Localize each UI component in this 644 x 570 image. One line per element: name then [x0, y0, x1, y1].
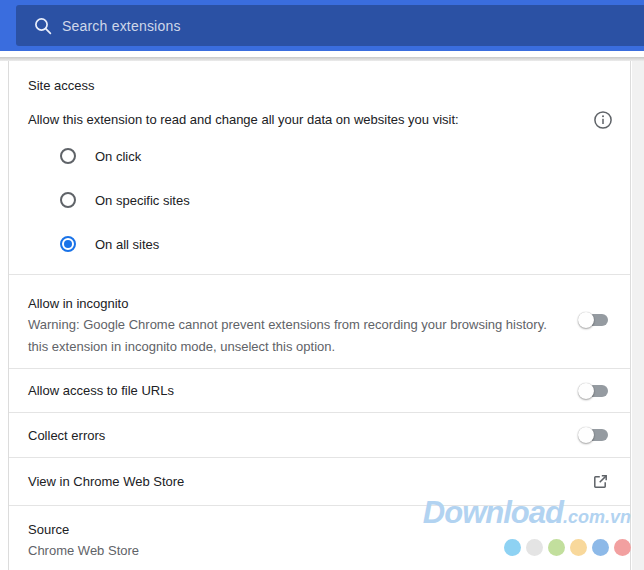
watermark: Download.com.vn: [423, 497, 631, 556]
watermark-dot: [548, 539, 565, 556]
watermark-suffix: .com.vn: [563, 507, 631, 527]
collect-errors-toggle[interactable]: [580, 429, 608, 441]
watermark-dot: [504, 539, 521, 556]
watermark-brand: Download: [423, 495, 563, 530]
toggle-knob: [578, 427, 594, 443]
search-icon: [32, 15, 54, 37]
file-urls-label: Allow access to file URLs: [28, 383, 174, 398]
search-toolbar: Search extensions: [0, 0, 644, 51]
radio-option-label: On all sites: [95, 237, 159, 252]
radio-option-label: On specific sites: [95, 193, 190, 208]
radio-option-on-click[interactable]: On click: [9, 134, 630, 178]
extension-details-panel: Site access Allow this extension to read…: [8, 61, 631, 570]
open-in-new-icon: [591, 473, 609, 491]
watermark-dot: [570, 539, 587, 556]
watermark-dot: [614, 539, 631, 556]
watermark-dot: [592, 539, 609, 556]
collect-errors-label: Collect errors: [28, 428, 105, 443]
site-access-description-row: Allow this extension to read and change …: [9, 111, 630, 130]
search-placeholder: Search extensions: [62, 18, 181, 34]
info-icon[interactable]: [593, 110, 613, 130]
page-gutter: [632, 61, 644, 570]
toggle-knob: [578, 383, 594, 399]
watermark-text: Download.com.vn: [423, 497, 631, 535]
site-access-options: On click On specific sites On all sites: [9, 134, 630, 266]
site-access-description: Allow this extension to read and change …: [28, 111, 459, 129]
allow-incognito-title: Allow in incognito: [28, 294, 560, 314]
watermark-dots: [423, 539, 631, 556]
toggle-knob: [578, 312, 594, 328]
radio-icon: [60, 148, 76, 164]
collect-errors-row: Collect errors: [9, 412, 630, 457]
radio-option-label: On click: [95, 149, 141, 164]
view-in-web-store-label: View in Chrome Web Store: [28, 474, 184, 489]
file-urls-row: Allow access to file URLs: [9, 368, 630, 412]
radio-icon: [60, 192, 76, 208]
incognito-warning-line1: Warning: Google Chrome cannot prevent ex…: [28, 314, 560, 336]
file-urls-toggle[interactable]: [580, 385, 608, 397]
radio-option-on-specific-sites[interactable]: On specific sites: [9, 178, 630, 222]
watermark-dot: [526, 539, 543, 556]
radio-option-on-all-sites[interactable]: On all sites: [9, 222, 630, 266]
radio-icon: [60, 236, 76, 252]
incognito-warning-line2: this extension in incognito mode, unsele…: [28, 336, 560, 358]
search-input[interactable]: Search extensions: [16, 5, 644, 46]
site-access-title: Site access: [9, 61, 630, 94]
allow-incognito-section: Allow in incognito Warning: Google Chrom…: [9, 274, 630, 368]
incognito-toggle[interactable]: [580, 314, 608, 326]
